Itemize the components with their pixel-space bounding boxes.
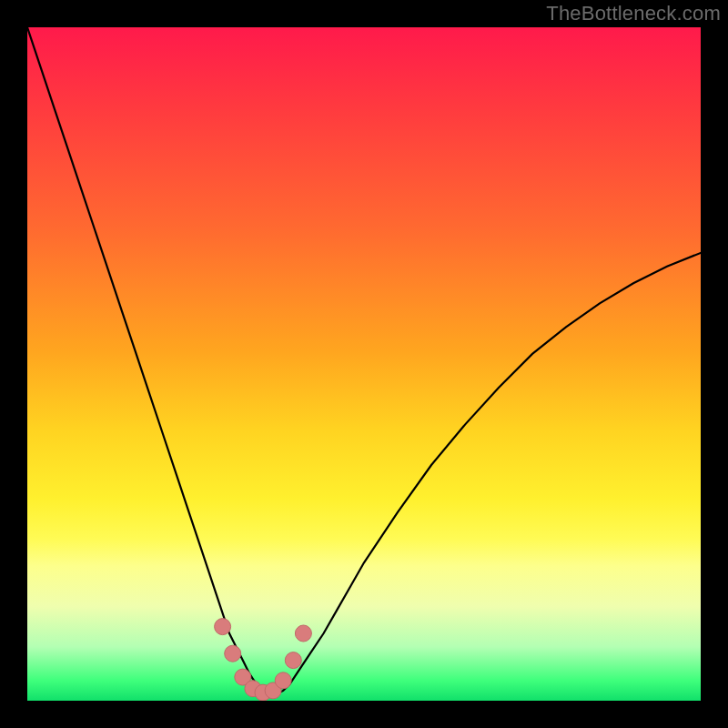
marker-group <box>215 619 312 701</box>
plot-area <box>27 27 701 701</box>
marker-point <box>285 652 301 669</box>
chart-svg <box>27 27 701 701</box>
marker-point <box>225 645 241 662</box>
marker-point <box>295 625 311 642</box>
watermark-text: TheBottleneck.com <box>546 2 721 25</box>
outer-frame: TheBottleneck.com <box>0 0 728 728</box>
marker-point <box>275 672 291 689</box>
marker-point <box>215 619 231 635</box>
bottleneck-curve-path <box>27 27 701 694</box>
